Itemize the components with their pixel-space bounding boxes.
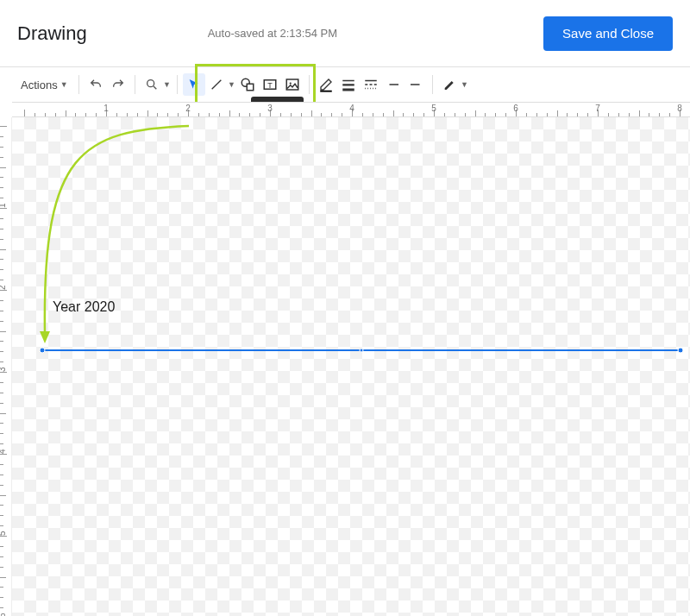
dialog-header: Drawing Auto-saved at 2:13:54 PM Save an… <box>0 0 690 67</box>
redo-icon <box>111 78 125 91</box>
svg-rect-4 <box>247 84 254 91</box>
line-end-button[interactable] <box>405 73 427 96</box>
ruler-horizontal: 12345678 <box>12 102 690 117</box>
ruler-vertical: 123456 <box>0 117 12 616</box>
annotation-arrow <box>12 117 210 359</box>
shape-tool-button[interactable] <box>236 73 259 96</box>
svg-text:T: T <box>267 81 273 90</box>
line-dash-button[interactable] <box>360 73 382 96</box>
zoom-button[interactable] <box>141 73 163 96</box>
toolbar: Actions ▼ ▼ ▼ T <box>0 67 690 102</box>
zoom-icon <box>145 78 159 91</box>
separator <box>432 75 433 94</box>
workspace: 123456 Year 2020 <box>0 117 690 616</box>
svg-rect-12 <box>342 89 354 91</box>
line-start-icon <box>386 77 401 92</box>
line-start-button[interactable] <box>382 73 405 96</box>
separator <box>309 75 310 94</box>
svg-point-0 <box>147 80 154 87</box>
autosave-status: Auto-saved at 2:13:54 PM <box>87 27 543 40</box>
image-icon <box>285 77 300 92</box>
textbox-tool-button[interactable]: T <box>259 73 281 96</box>
svg-rect-9 <box>320 91 332 92</box>
pencil-underline-icon <box>318 77 334 92</box>
separator <box>135 75 135 94</box>
zoom-dropdown[interactable]: ▼ <box>163 80 172 89</box>
actions-menu-button[interactable]: Actions ▼ <box>16 75 73 95</box>
line-tool-button[interactable] <box>205 73 228 96</box>
line-dash-icon <box>363 77 379 92</box>
caret-down-icon: ▼ <box>163 80 171 89</box>
line-handle-start[interactable] <box>40 348 46 354</box>
shape-icon <box>240 77 255 92</box>
textbox-icon: T <box>262 77 278 92</box>
line-handle-end[interactable] <box>678 348 684 354</box>
line-dropdown[interactable]: ▼ <box>228 80 236 89</box>
svg-line-1 <box>154 86 156 89</box>
canvas-textbox[interactable]: Year 2020 <box>53 299 115 315</box>
separator <box>177 75 178 94</box>
select-tool-button[interactable] <box>183 73 205 96</box>
svg-rect-11 <box>342 84 354 85</box>
caret-down-icon: ▼ <box>60 80 68 89</box>
undo-icon <box>89 78 103 91</box>
separator <box>78 75 79 94</box>
dialog-title: Drawing <box>17 22 87 45</box>
line-icon <box>210 78 223 91</box>
save-and-close-button[interactable]: Save and Close <box>543 16 673 51</box>
line-weight-icon <box>341 77 356 92</box>
cursor-icon <box>187 78 201 91</box>
caret-down-icon: ▼ <box>228 80 235 89</box>
drawing-canvas[interactable]: Year 2020 <box>12 117 690 616</box>
svg-point-8 <box>289 82 291 84</box>
format-options-dropdown[interactable]: ▼ <box>461 80 469 89</box>
svg-line-2 <box>211 80 221 90</box>
actions-label: Actions <box>21 79 58 91</box>
line-handle-mid[interactable] <box>360 349 364 353</box>
pen-icon <box>442 78 456 91</box>
caret-down-icon: ▼ <box>461 80 468 89</box>
line-end-icon <box>408 77 423 92</box>
svg-rect-10 <box>342 80 354 82</box>
image-tool-button[interactable] <box>281 73 304 96</box>
undo-button[interactable] <box>85 73 107 96</box>
line-color-button[interactable] <box>315 73 337 96</box>
redo-button[interactable] <box>107 73 129 96</box>
line-weight-button[interactable] <box>337 73 360 96</box>
format-options-button[interactable] <box>438 73 461 96</box>
